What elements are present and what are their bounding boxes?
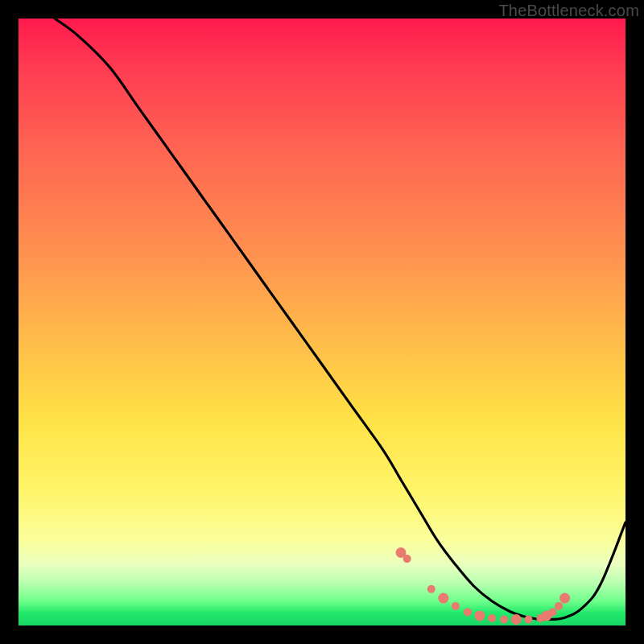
marker-point <box>511 614 522 625</box>
marker-point <box>555 602 563 610</box>
marker-point <box>524 616 532 624</box>
marker-point <box>427 585 436 593</box>
marker-point <box>452 602 460 610</box>
chart-svg <box>19 19 625 625</box>
bottleneck-curve <box>55 19 625 620</box>
marker-group <box>396 547 571 625</box>
chart-frame: TheBottleneck.com <box>0 0 644 644</box>
marker-point <box>464 608 472 616</box>
marker-point <box>475 610 485 621</box>
watermark-text: TheBottleneck.com <box>498 2 639 20</box>
marker-point <box>438 593 448 604</box>
marker-point <box>549 608 557 616</box>
marker-point <box>403 555 411 563</box>
plot-area <box>19 19 625 625</box>
marker-point <box>488 614 496 622</box>
marker-point <box>500 616 508 624</box>
marker-point <box>559 593 570 604</box>
